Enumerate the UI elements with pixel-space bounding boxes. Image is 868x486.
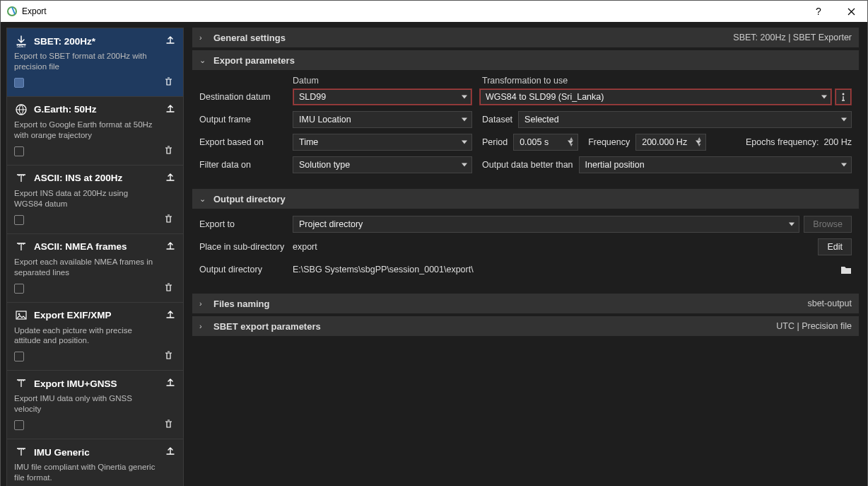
upload-icon[interactable] xyxy=(165,376,177,389)
chevron-down-icon: ⌄ xyxy=(199,195,209,204)
section-output-directory[interactable]: ⌄ Output directory xyxy=(192,189,859,209)
preset-checkbox[interactable] xyxy=(14,352,24,361)
period-spinner[interactable]: 0.005 s▲▼ xyxy=(513,134,578,151)
preset-title: ASCII: INS at 200Hz xyxy=(34,173,176,183)
epochs-frequency-label: Epochs frequency: 200 Hz xyxy=(746,137,852,147)
delete-icon[interactable] xyxy=(163,282,176,295)
preset-card[interactable]: Export EXIF/XMP Update each picture with… xyxy=(7,303,183,371)
upload-icon[interactable] xyxy=(165,240,177,253)
section-export-parameters[interactable]: ⌄ Export parameters xyxy=(192,50,859,70)
window-title: Export xyxy=(22,6,802,16)
chevron-right-icon: › xyxy=(199,322,209,330)
destination-datum-label: Destination datum xyxy=(199,92,293,102)
output-frame-select[interactable]: IMU Location xyxy=(293,111,472,128)
text-icon xyxy=(14,171,28,185)
svg-point-4 xyxy=(18,313,20,315)
delete-icon[interactable] xyxy=(163,145,176,158)
browse-button[interactable]: Browse xyxy=(804,216,852,233)
subdirectory-label: Place in sub-directory xyxy=(199,242,293,252)
preset-checkbox[interactable] xyxy=(14,215,24,225)
delete-icon[interactable] xyxy=(163,350,176,363)
chevron-down-icon: ⌄ xyxy=(199,56,209,65)
preset-title: Export EXIF/XMP xyxy=(34,310,176,320)
preset-desc: Export each available NMEA frames in sep… xyxy=(14,257,176,278)
datum-info-button[interactable] xyxy=(835,88,852,105)
preset-checkbox[interactable] xyxy=(14,284,24,294)
preset-desc: Update each picture with precise attitud… xyxy=(14,325,176,347)
preset-desc: Export INS data at 200Hz using WGS84 dat… xyxy=(14,188,176,209)
delete-icon[interactable] xyxy=(163,214,176,226)
close-window-button[interactable] xyxy=(835,1,867,22)
preset-desc: Export IMU data only with GNSS velocity xyxy=(14,393,176,415)
section-general-settings[interactable]: › General settings SBET: 200Hz | SBET Ex… xyxy=(192,28,859,47)
text-icon xyxy=(14,240,28,254)
export-preset-list: SBET SBET: 200Hz* Export to SBET format … xyxy=(6,28,184,486)
preset-desc: Export to SBET format at 200Hz with prec… xyxy=(14,51,176,72)
globe-icon xyxy=(14,103,28,117)
app-logo-icon xyxy=(6,6,18,17)
output-directory-value: E:\SBG Systems\sbgPP\session_0001\export… xyxy=(293,265,840,274)
preset-card[interactable]: IMU Generic IMU file compliant with Qine… xyxy=(7,439,183,486)
preset-card[interactable]: G.Earth: 50Hz Export to Google Earth for… xyxy=(7,97,183,166)
period-label: Period xyxy=(482,137,508,147)
export-to-label: Export to xyxy=(199,219,293,229)
delete-icon[interactable] xyxy=(163,76,176,89)
frequency-label: Frequency xyxy=(588,137,630,147)
preset-card[interactable]: Export IMU+GNSS Export IMU data only wit… xyxy=(7,371,183,439)
titlebar: Export ? xyxy=(1,1,867,22)
preset-title: SBET: 200Hz* xyxy=(34,36,176,47)
preset-checkbox[interactable] xyxy=(14,78,24,88)
dataset-select[interactable]: Selected xyxy=(518,111,852,128)
preset-card[interactable]: ASCII: INS at 200Hz Export INS data at 2… xyxy=(7,166,183,234)
delete-icon[interactable] xyxy=(163,419,176,432)
image-icon xyxy=(14,308,28,323)
datum-column-header: Datum xyxy=(293,76,472,86)
preset-card[interactable]: ASCII: NMEA frames Export each available… xyxy=(7,234,183,303)
upload-icon[interactable] xyxy=(165,34,177,47)
svg-point-7 xyxy=(843,93,845,96)
preset-card[interactable]: SBET SBET: 200Hz* Export to SBET format … xyxy=(7,28,183,97)
filter-data-on-label: Filter data on xyxy=(199,160,293,170)
subdirectory-value: export xyxy=(293,242,818,252)
settings-panel: › General settings SBET: 200Hz | SBET Ex… xyxy=(189,22,867,486)
section-files-naming[interactable]: › Files naming sbet-output xyxy=(192,294,859,313)
output-directory-label: Output directory xyxy=(199,265,293,274)
output-better-than-select[interactable]: Inertial position xyxy=(579,156,852,173)
filter-data-on-select[interactable]: Solution type xyxy=(293,156,472,173)
preset-title: G.Earth: 50Hz xyxy=(34,104,176,115)
frequency-spinner[interactable]: 200.000 Hz▲▼ xyxy=(635,134,706,151)
transform-column-header: Transformation to use xyxy=(482,76,568,86)
text-icon xyxy=(14,445,28,459)
preset-desc: Export to Google Earth format at 50Hz wi… xyxy=(14,120,176,141)
dataset-label: Dataset xyxy=(482,115,512,125)
export-based-on-label: Export based on xyxy=(199,137,293,147)
upload-icon[interactable] xyxy=(165,445,177,458)
preset-title: ASCII: NMEA frames xyxy=(34,241,176,252)
preset-desc: IMU file compliant with Qinertia generic… xyxy=(14,462,176,483)
preset-checkbox[interactable] xyxy=(14,146,24,156)
upload-icon[interactable] xyxy=(165,103,177,115)
sidebar: SBET SBET: 200Hz* Export to SBET format … xyxy=(1,22,189,486)
section-sbet-export-parameters[interactable]: › SBET export parameters UTC | Precision… xyxy=(192,316,859,336)
export-to-select[interactable]: Project directory xyxy=(293,216,799,233)
chevron-right-icon: › xyxy=(199,299,209,308)
chevron-right-icon: › xyxy=(199,33,209,42)
download-icon: SBET xyxy=(14,34,28,48)
upload-icon[interactable] xyxy=(165,308,177,321)
export-based-on-select[interactable]: Time xyxy=(293,134,472,151)
output-better-than-label: Output data better than xyxy=(482,160,573,170)
preset-title: IMU Generic xyxy=(34,447,176,458)
transformation-select[interactable]: WGS84 to SLD99 (Sri_Lanka) xyxy=(479,88,832,105)
svg-text:SBET: SBET xyxy=(16,44,25,47)
folder-icon[interactable] xyxy=(840,265,852,274)
upload-icon[interactable] xyxy=(165,171,177,184)
help-button[interactable]: ? xyxy=(802,1,835,22)
output-frame-label: Output frame xyxy=(199,115,293,125)
edit-button[interactable]: Edit xyxy=(818,238,852,255)
preset-checkbox[interactable] xyxy=(14,420,24,430)
text-icon xyxy=(14,376,28,390)
destination-datum-select[interactable]: SLD99 xyxy=(293,88,472,105)
preset-title: Export IMU+GNSS xyxy=(34,378,176,389)
